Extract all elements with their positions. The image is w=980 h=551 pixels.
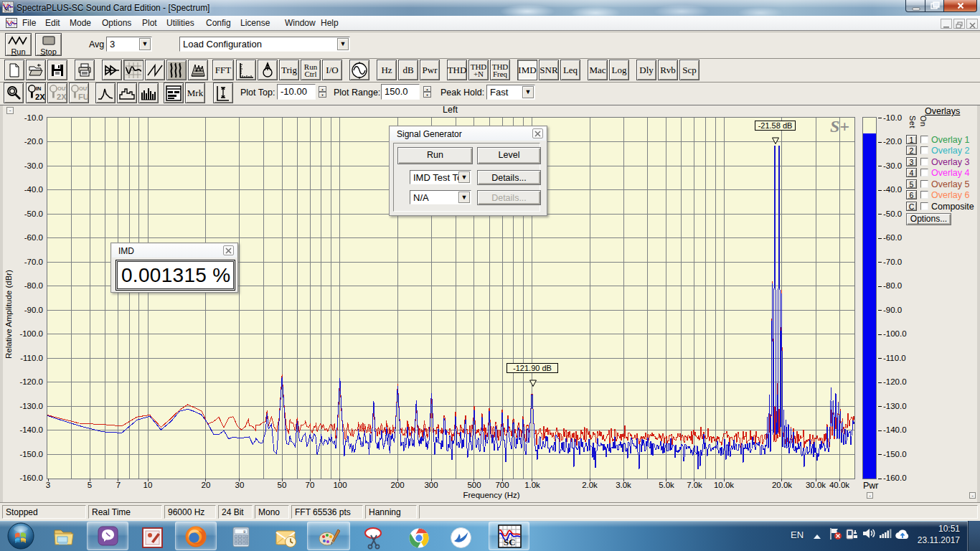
svg-text:SC: SC: [4, 6, 11, 13]
svg-text:SC: SC: [504, 537, 516, 547]
svg-text:OUT: OUT: [79, 85, 88, 92]
svg-text:8: 8: [243, 529, 246, 534]
svg-text:IN: IN: [36, 85, 41, 92]
svg-text:2X: 2X: [57, 93, 67, 101]
svg-text:FULL: FULL: [78, 93, 88, 101]
svg-text:2X: 2X: [35, 93, 45, 101]
svg-text:OUT: OUT: [57, 85, 67, 92]
